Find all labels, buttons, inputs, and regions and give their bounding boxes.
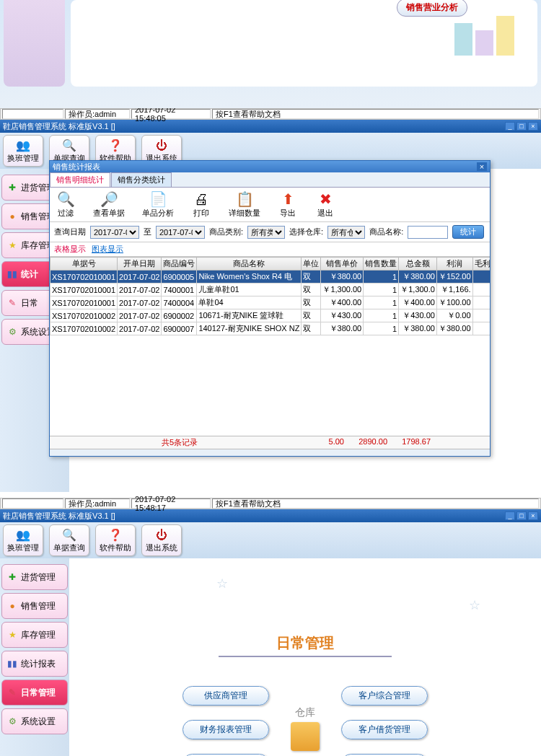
window-title: 鞋店销售管理系统 标准版V3.1 [] — [3, 511, 115, 522]
cell: ￥430.00 — [399, 309, 437, 322]
warehouse-label: 仓库 — [291, 706, 320, 719]
minimize-button[interactable]: _ — [505, 511, 515, 520]
cell: XS170702010001 — [50, 296, 118, 309]
help-label: 软件帮助 — [100, 542, 131, 553]
filter-button[interactable]: 🔍过滤 — [56, 190, 76, 219]
cell: ￥380.00 — [436, 322, 472, 335]
maximize-button[interactable]: □ — [516, 511, 527, 520]
center-warehouse: 仓库 — [291, 706, 320, 754]
chart-icon: ▮▮ — [5, 656, 19, 671]
detail-qty-button[interactable]: 📋详细数量 — [229, 190, 260, 219]
ball-icon: ● — [5, 209, 19, 224]
customer-link-button[interactable]: 客户借货管理 — [341, 720, 428, 739]
cell: XS170702010002 — [50, 322, 118, 335]
doc-search-icon: 🔎 — [99, 190, 119, 208]
product-name-input[interactable] — [408, 226, 448, 239]
sidebar-item-in[interactable]: ✚进货管理 — [1, 564, 68, 590]
exit-icon: ⏻ — [154, 528, 169, 542]
plus-icon: ✚ — [5, 180, 19, 195]
sidebar-label: 日常管理 — [21, 687, 56, 699]
column-header[interactable]: 销售单价 — [321, 258, 364, 271]
status-time: 2017-07-02 15:48:17 — [131, 498, 211, 509]
cell: 2017-07-02 — [118, 322, 162, 335]
help-button[interactable]: ❓软件帮助 — [95, 524, 136, 556]
brush-icon: ✎ — [5, 296, 19, 310]
table-footer: 共5条记录 5.00 2890.00 1798.67 — [50, 436, 490, 449]
shift-manage-button[interactable]: 👥换班管理 — [3, 135, 43, 167]
content-2: ☆ ☆ 日常管理 供应商管理财务报表管理业务员管理 仓库 客户综合管理客户借货管… — [72, 561, 538, 756]
date-to-select[interactable]: 2017-07-02 — [156, 226, 205, 239]
print-button[interactable]: 🖨打印 — [191, 190, 211, 219]
right-link-column: 客户综合管理客户借货管理合同管理 — [341, 686, 428, 756]
cell: 7400004 — [162, 296, 197, 309]
tab-category-stats[interactable]: 销售分类统计 — [111, 172, 172, 187]
close-button[interactable]: × — [528, 122, 538, 131]
notepad-icon: 📋 — [234, 190, 255, 208]
column-header[interactable]: 商品名称 — [197, 258, 302, 271]
query-label: 单据查询 — [53, 542, 85, 553]
table-row[interactable]: XS1707020100022017-07-026900007140127-耐克… — [50, 322, 491, 335]
table-view-link[interactable]: 表格显示 — [54, 244, 86, 255]
column-header[interactable]: 单位 — [302, 258, 321, 271]
tab-detail-stats[interactable]: 销售明细统计 — [50, 172, 110, 187]
cell: 40 — [472, 271, 490, 284]
table-row[interactable]: XS1707020100012017-07-027400004单鞋04双￥400… — [50, 296, 491, 309]
single-analysis-button[interactable]: 📄单品分析 — [142, 190, 174, 219]
sidebar-item-stock[interactable]: ★库存管理 — [1, 622, 68, 648]
cell: 6900005 — [162, 271, 197, 284]
table-row[interactable]: XS1707020100012017-07-026900005Nike Wome… — [50, 271, 491, 284]
modal-exit-button[interactable]: ✖退出 — [315, 190, 335, 219]
data-table-wrap[interactable]: 单据号开单日期商品编号商品名称单位销售单价销售数量总金额利润毛利率(%)经办人仓… — [50, 257, 490, 436]
cell: 双 — [302, 271, 321, 284]
data-table: 单据号开单日期商品编号商品名称单位销售单价销售数量总金额利润毛利率(%)经办人仓… — [50, 257, 490, 335]
cell: ￥152.00 — [436, 271, 472, 284]
cell: 1 — [364, 309, 399, 322]
cell: 双 — [302, 284, 321, 296]
modal-status — [50, 449, 490, 456]
sidebar-item-sale[interactable]: ●销售管理 — [1, 593, 68, 619]
exit-button[interactable]: ⏻退出系统 — [141, 524, 182, 556]
column-header[interactable]: 毛利率(%) — [472, 258, 490, 271]
sidebar-item-stat[interactable]: ▮▮统计报表 — [1, 651, 68, 677]
minimize-button[interactable]: _ — [505, 122, 515, 131]
order-query-button[interactable]: 🔍单据查询 — [49, 524, 89, 556]
cell: 双 — [302, 309, 321, 322]
ball-icon: ● — [5, 599, 19, 613]
close-button[interactable]: × — [528, 511, 538, 520]
column-header[interactable]: 销售数量 — [364, 258, 399, 271]
chart-view-link[interactable]: 图表显示 — [92, 244, 123, 255]
warehouse-select[interactable]: 所有仓库 — [327, 226, 365, 239]
exit-icon: ⏻ — [154, 139, 169, 153]
view-order-button[interactable]: 🔎查看单据 — [93, 190, 125, 219]
sidebar-item-daily[interactable]: ✎日常管理 — [1, 680, 68, 706]
column-header[interactable]: 单据号 — [50, 258, 118, 271]
document-icon: 📄 — [148, 190, 168, 208]
export-button[interactable]: ⬆导出 — [278, 190, 298, 219]
category-label: 商品类别: — [209, 227, 243, 237]
column-header[interactable]: 总金额 — [399, 258, 437, 271]
column-header[interactable]: 商品编号 — [162, 258, 197, 271]
date-from-select[interactable]: 2017-07-01 — [90, 226, 139, 239]
box-icon — [291, 722, 320, 751]
cell: 2017-07-02 — [118, 271, 162, 284]
column-header[interactable]: 开单日期 — [118, 258, 162, 271]
gear-icon: ⚙ — [5, 714, 19, 729]
cell: 25 — [472, 296, 490, 309]
cell: 140127-耐克NIKE SHOX NZ — [197, 322, 302, 335]
customer-link-button[interactable]: 客户综合管理 — [341, 686, 428, 706]
shift-manage-button[interactable]: 👥换班管理 — [3, 524, 43, 556]
category-select[interactable]: 所有类别 — [247, 226, 285, 239]
sidebar-item-sys[interactable]: ⚙系统设置 — [1, 708, 68, 734]
sales-analysis-button[interactable]: 销售营业分析 — [397, 0, 467, 17]
sales-stats-modal: 销售统计报表 × 销售明细统计 销售分类统计 🔍过滤 🔎查看单据 📄单品分析 🖨… — [49, 160, 491, 457]
column-header[interactable]: 利润 — [436, 258, 472, 271]
star-icon: ★ — [5, 628, 19, 642]
run-stats-button[interactable]: 统计 — [452, 225, 484, 239]
maximize-button[interactable]: □ — [516, 122, 527, 131]
btn-label: 过滤 — [58, 208, 74, 219]
table-row[interactable]: XS1707020100012017-07-027400001儿童单鞋01双￥1… — [50, 284, 491, 296]
supplier-link-button[interactable]: 供应商管理 — [182, 686, 269, 706]
table-row[interactable]: XS1707020100022017-07-02690000210671-耐克N… — [50, 309, 491, 322]
supplier-link-button[interactable]: 财务报表管理 — [182, 720, 269, 739]
modal-close-button[interactable]: × — [477, 162, 487, 171]
